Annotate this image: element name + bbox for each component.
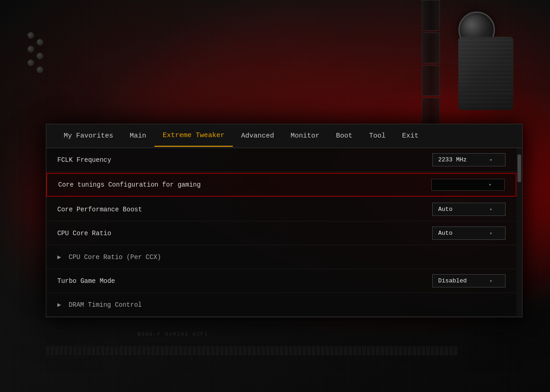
- mem-slot-2: [422, 33, 440, 63]
- capacitor-3: [28, 46, 34, 52]
- dropdown-fclk-frequency[interactable]: 2233 MHz▾: [432, 153, 506, 166]
- capacitor-2: [37, 39, 43, 45]
- row-label-core-performance-boost: Core Performance Boost: [57, 206, 414, 213]
- submenu-arrow-cpu-core-ratio-per-ccx: ▶: [57, 254, 65, 261]
- bios-row-core-tunings[interactable]: Core tunings Configuration for gaming▾: [46, 173, 517, 197]
- bios-row-core-performance-boost[interactable]: Core Performance BoostAuto▾: [46, 198, 517, 221]
- row-value-turbo-game-mode: Disabled▾: [414, 274, 506, 287]
- nav-item-tool[interactable]: Tool: [361, 126, 394, 146]
- capacitor-6: [37, 66, 43, 73]
- bios-row-turbo-game-mode[interactable]: Turbo Game ModeDisabled▾: [46, 269, 517, 293]
- row-value-core-tunings: ▾: [413, 179, 505, 191]
- dropdown-arrow-fclk-frequency: ▾: [490, 157, 492, 163]
- row-label-turbo-game-mode: Turbo Game Mode: [57, 277, 414, 285]
- nav-item-extreme-tweaker[interactable]: Extreme Tweaker: [154, 125, 233, 147]
- row-label-cpu-core-ratio-per-ccx: ▶ CPU Core Ratio (Per CCX): [57, 253, 506, 261]
- connector-strip: [46, 346, 458, 355]
- nav-item-main[interactable]: Main: [121, 126, 154, 146]
- memory-slots: [422, 0, 440, 128]
- capacitor-5: [28, 60, 34, 66]
- bios-row-dram-timing-control[interactable]: ▶ DRAM Timing Control: [46, 293, 517, 317]
- nav-item-advanced[interactable]: Advanced: [233, 126, 282, 146]
- nav-item-exit[interactable]: Exit: [394, 126, 427, 146]
- capacitor-4: [37, 53, 43, 59]
- dropdown-value-turbo-game-mode: Disabled: [438, 277, 467, 284]
- row-value-core-performance-boost: Auto▾: [414, 203, 506, 216]
- row-value-fclk-frequency: 2233 MHz▾: [414, 153, 506, 166]
- bios-row-cpu-core-ratio-per-ccx[interactable]: ▶ CPU Core Ratio (Per CCX): [46, 245, 517, 269]
- row-label-core-tunings: Core tunings Configuration for gaming: [58, 181, 413, 188]
- bios-panel: My FavoritesMainExtreme TweakerAdvancedM…: [46, 124, 522, 317]
- row-label-cpu-core-ratio: CPU Core Ratio: [57, 230, 414, 237]
- row-label-fclk-frequency: FCLK Frequency: [57, 156, 414, 164]
- row-label-dram-timing-control: ▶ DRAM Timing Control: [57, 301, 506, 309]
- dropdown-core-performance-boost[interactable]: Auto▾: [432, 203, 506, 216]
- dropdown-core-tunings[interactable]: ▾: [431, 179, 505, 191]
- dropdown-arrow-core-tunings: ▾: [489, 182, 491, 188]
- bios-row-fclk-frequency[interactable]: FCLK Frequency2233 MHz▾: [46, 148, 517, 172]
- bios-row-cpu-core-ratio[interactable]: CPU Core RatioAuto▾: [46, 221, 517, 245]
- nav-item-monitor[interactable]: Monitor: [282, 126, 328, 146]
- content-main: FCLK Frequency2233 MHz▾Core tunings Conf…: [46, 148, 517, 317]
- submenu-arrow-dram-timing-control: ▶: [57, 301, 65, 309]
- dropdown-arrow-turbo-game-mode: ▾: [490, 278, 492, 284]
- scrollbar-thumb[interactable]: [517, 155, 521, 182]
- scrollbar[interactable]: [517, 148, 522, 317]
- nav-item-boot[interactable]: Boot: [328, 126, 361, 146]
- dropdown-cpu-core-ratio[interactable]: Auto▾: [432, 226, 506, 240]
- dropdown-value-fclk-frequency: 2233 MHz: [438, 156, 467, 163]
- dropdown-arrow-cpu-core-ratio: ▾: [490, 231, 492, 236]
- pcb-label: B550-F GAMING WIFI: [138, 331, 209, 337]
- dropdown-arrow-core-performance-boost: ▾: [490, 207, 492, 212]
- capacitor-1: [28, 32, 34, 39]
- bios-layout: FCLK Frequency2233 MHz▾Core tunings Conf…: [46, 148, 522, 317]
- bios-nav: My FavoritesMainExtreme TweakerAdvancedM…: [46, 124, 522, 148]
- cpu-cooler: [458, 37, 513, 110]
- nav-item-my-favorites[interactable]: My Favorites: [55, 126, 121, 146]
- dropdown-turbo-game-mode[interactable]: Disabled▾: [432, 274, 506, 287]
- mem-slot-1: [422, 0, 440, 31]
- dropdown-value-core-performance-boost: Auto: [438, 206, 452, 213]
- row-value-cpu-core-ratio: Auto▾: [414, 226, 506, 240]
- dropdown-value-cpu-core-ratio: Auto: [438, 230, 452, 237]
- mem-slot-3: [422, 65, 440, 96]
